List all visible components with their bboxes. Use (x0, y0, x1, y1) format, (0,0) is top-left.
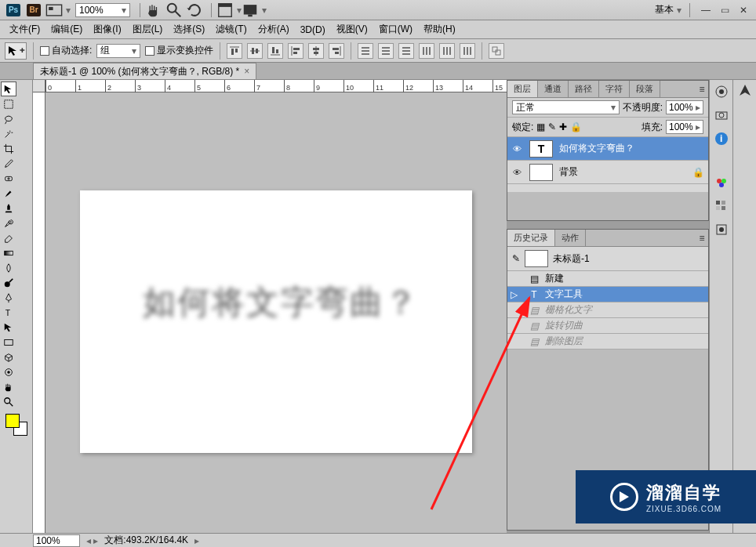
layer-row[interactable]: 背景 🔒 (507, 161, 708, 184)
blur-tool[interactable] (1, 260, 16, 275)
lasso-tool[interactable] (1, 111, 16, 126)
menu-select[interactable]: 选择(S) (169, 21, 209, 38)
opacity-field[interactable]: 100%▸ (666, 100, 703, 114)
menu-3d[interactable]: 3D(D) (296, 23, 330, 37)
type-tool[interactable]: T (1, 305, 16, 320)
auto-select-checkbox[interactable]: 自动选择: (40, 44, 92, 57)
tool-j[interactable] (16, 216, 32, 230)
tool-b[interactable] (16, 96, 32, 111)
zoom-tool-icon[interactable] (165, 3, 183, 17)
camera-icon[interactable] (713, 107, 730, 124)
history-item[interactable]: ▤ 删除图层 (507, 334, 708, 350)
threeD-camera-tool[interactable] (1, 364, 16, 379)
maximize-button[interactable]: ▭ (717, 5, 732, 16)
foreground-color[interactable] (5, 414, 20, 428)
horizontal-ruler[interactable]: 0123456789101112131415 (45, 80, 507, 92)
artboard-tool[interactable] (16, 82, 32, 96)
auto-align-icon[interactable] (489, 43, 504, 59)
vertical-ruler[interactable] (33, 92, 45, 533)
navigator-panel-icon[interactable] (738, 83, 752, 100)
hand-tool[interactable] (1, 379, 16, 394)
tool-f[interactable] (16, 156, 32, 171)
bridge-icon[interactable]: Br (25, 3, 42, 17)
screen-mode-icon[interactable] (242, 3, 259, 17)
history-item[interactable]: ▤ 新建 (507, 271, 708, 287)
tool-o[interactable] (16, 290, 32, 305)
tool-t[interactable] (16, 364, 32, 379)
menu-image[interactable]: 图像(I) (89, 21, 125, 38)
hand-tool-icon[interactable] (145, 3, 162, 17)
styles-panel-icon[interactable] (713, 197, 730, 215)
path-selection-tool[interactable] (1, 320, 16, 335)
layer-thumbnail[interactable] (529, 164, 553, 181)
tab-history[interactable]: 历史记录 (507, 230, 555, 246)
tab-actions[interactable]: 动作 (555, 230, 586, 246)
brush-tool[interactable] (1, 186, 16, 201)
magic-wand-tool[interactable] (1, 126, 16, 141)
document-canvas[interactable]: 如何将文字弯曲？ (80, 190, 472, 453)
minimize-button[interactable]: — (698, 5, 714, 16)
tool-r[interactable] (16, 335, 32, 350)
color-swatch[interactable] (5, 414, 27, 436)
history-snapshot-thumb[interactable] (525, 250, 548, 267)
tab-layers[interactable]: 图层 (507, 81, 538, 97)
distribute-left-icon[interactable] (419, 43, 434, 59)
tab-channels[interactable]: 通道 (538, 81, 569, 97)
layer-thumbnail[interactable]: T (529, 140, 553, 158)
tool-v[interactable] (16, 394, 32, 409)
align-bottom-icon[interactable] (267, 43, 283, 59)
menu-help[interactable]: 帮助(H) (419, 21, 460, 38)
dodge-tool[interactable] (1, 275, 16, 290)
move-tool[interactable] (1, 82, 16, 96)
show-transform-checkbox[interactable]: 显示变换控件 (145, 44, 213, 57)
menu-analysis[interactable]: 分析(A) (253, 21, 294, 38)
panel-menu-icon[interactable]: ≡ (696, 81, 708, 97)
align-vcenter-icon[interactable] (247, 43, 263, 59)
distribute-hcenter-icon[interactable] (439, 43, 455, 59)
adjustments-panel-icon[interactable] (713, 221, 730, 238)
history-item[interactable]: ▷ T 文字工具 (507, 287, 708, 302)
marquee-tool[interactable] (1, 96, 16, 111)
lock-transparent-icon[interactable]: ▦ (536, 121, 545, 132)
tool-q[interactable] (16, 320, 32, 335)
menu-filter[interactable]: 滤镜(T) (211, 21, 251, 38)
gradient-tool[interactable] (1, 245, 16, 260)
arrange-docs-icon[interactable] (216, 3, 234, 17)
lock-all-icon[interactable]: 🔒 (570, 121, 582, 132)
tool-n[interactable] (16, 275, 32, 290)
document-tab[interactable]: 未标题-1 @ 100% (如何将文字弯曲？, RGB/8) * × (33, 63, 256, 79)
lock-position-icon[interactable]: ✚ (559, 121, 567, 132)
tool-u[interactable] (16, 379, 32, 394)
align-right-icon[interactable] (329, 43, 344, 59)
tool-c[interactable] (16, 111, 32, 126)
layer-row[interactable]: T 如何将文字弯曲？ (507, 137, 708, 161)
menu-window[interactable]: 窗口(W) (374, 21, 417, 38)
tool-d[interactable] (16, 126, 32, 141)
close-tab-icon[interactable]: × (244, 66, 249, 77)
menu-layer[interactable]: 图层(L) (128, 21, 168, 38)
tool-g[interactable] (16, 171, 32, 186)
menu-view[interactable]: 视图(V) (332, 21, 373, 38)
fill-field[interactable]: 100%▸ (666, 120, 703, 134)
tool-k[interactable] (16, 230, 32, 245)
app-zoom-field[interactable]: 100%▾ (75, 3, 130, 17)
tab-paths[interactable]: 路径 (569, 81, 599, 97)
tab-paragraph[interactable]: 段落 (630, 81, 660, 97)
tool-p[interactable] (16, 305, 32, 320)
distribute-right-icon[interactable] (460, 43, 475, 59)
lock-pixels-icon[interactable]: ✎ (548, 121, 556, 132)
tool-e[interactable] (16, 141, 32, 156)
rotate-view-icon[interactable] (186, 3, 203, 17)
info-panel-icon[interactable]: i (713, 130, 730, 147)
tool-l[interactable] (16, 245, 32, 260)
active-tool-indicator[interactable]: ✚ (5, 42, 27, 60)
close-button[interactable]: ✕ (736, 5, 751, 16)
history-brush-tool[interactable] (1, 216, 16, 230)
crop-tool[interactable] (1, 141, 16, 156)
panel-menu-icon[interactable]: ≡ (696, 230, 708, 246)
auto-select-dropdown[interactable]: 组▾ (96, 44, 140, 58)
zoom-tool[interactable] (1, 394, 16, 409)
history-item[interactable]: ▤ 栅格化文字 (507, 302, 708, 318)
tool-h[interactable] (16, 186, 32, 201)
history-brush-source-icon[interactable]: ✎ (512, 253, 520, 264)
